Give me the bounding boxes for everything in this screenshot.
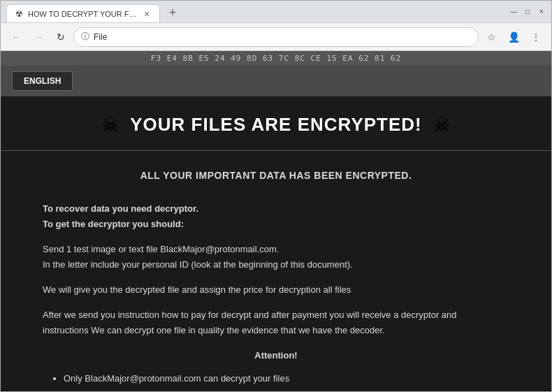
lang-bar: ENGLISH [1, 66, 551, 96]
ransom-attention: Attention! [43, 348, 509, 363]
ransom-p1-line1: To recover data you need decryptor. [43, 203, 198, 214]
ransom-content: ☠ YOUR FILES ARE ENCRYPTED! ☠ ALL YOUR I… [1, 96, 551, 391]
skull-right-icon: ☠ [433, 113, 451, 136]
forward-button[interactable]: → [29, 27, 48, 47]
hex-bar: F3 E4 8B E5 24 49 8D 63 7C 8C CE 15 EA 6… [1, 51, 551, 66]
reload-button[interactable]: ↻ [51, 27, 71, 47]
bookmark-button[interactable]: ☆ [481, 27, 501, 47]
ransom-paragraph-2: Send 1 test image or text file BlackMajo… [43, 242, 509, 273]
language-tab-english[interactable]: ENGLISH [12, 71, 73, 91]
profile-button[interactable]: 👤 [504, 27, 523, 47]
close-button[interactable]: × [537, 8, 546, 16]
ransom-paragraph-1: To recover data you need decryptor. To g… [43, 201, 509, 232]
tab-favicon: ☢ [14, 9, 24, 19]
tabs-area: ☢ HOW TO DECRYPT YOUR FILES × + [6, 1, 509, 22]
address-security-icon: ⓘ [81, 31, 89, 43]
toolbar-right: ☆ 👤 ⋮ [481, 27, 546, 47]
active-tab[interactable]: ☢ HOW TO DECRYPT YOUR FILES × [6, 4, 160, 22]
window-controls: — □ × [509, 8, 546, 16]
ransom-body: ALL YOUR IMPORTANT DATA HAS BEEN ENCRYPT… [1, 151, 551, 391]
ransom-header: ☠ YOUR FILES ARE ENCRYPTED! ☠ [1, 96, 551, 151]
list-item: Do not trust anyone BlackMajor@protonmai… [64, 391, 509, 391]
address-bar[interactable]: ⓘ File [73, 27, 479, 47]
back-button[interactable]: ← [6, 27, 26, 47]
ransom-title: YOUR FILES ARE ENCRYPTED! [130, 114, 421, 136]
menu-button[interactable]: ⋮ [526, 27, 546, 47]
title-bar: ☢ HOW TO DECRYPT YOUR FILES × + — □ × [1, 1, 551, 23]
browser-window: ☢ HOW TO DECRYPT YOUR FILES × + — □ × ← … [0, 0, 552, 392]
minimize-button[interactable]: — [509, 8, 518, 16]
tab-title: HOW TO DECRYPT YOUR FILES [28, 10, 137, 18]
ransom-p1-line2: To get the decryptor you should: [43, 219, 184, 229]
maximize-button[interactable]: □ [523, 8, 532, 16]
browser-toolbar: ← → ↻ ⓘ File ☆ 👤 ⋮ [1, 23, 551, 51]
tab-close-button[interactable]: × [141, 8, 152, 20]
address-text: File [94, 32, 107, 42]
ransom-subtitle: ALL YOUR IMPORTANT DATA HAS BEEN ENCRYPT… [43, 168, 509, 184]
page-content[interactable]: F3 E4 8B E5 24 49 8D 63 7C 8C CE 15 EA 6… [1, 51, 551, 391]
ransom-list: Only BlackMajor@protonmail.com can decry… [43, 371, 509, 391]
list-item: Only BlackMajor@protonmail.com can decry… [64, 371, 509, 386]
new-tab-button[interactable]: + [163, 3, 182, 22]
ransom-paragraph-3: We will give you the decrypted file and … [43, 282, 509, 298]
ransom-paragraph-4: After we send you instruction how to pay… [43, 307, 509, 338]
skull-left-icon: ☠ [101, 113, 119, 136]
